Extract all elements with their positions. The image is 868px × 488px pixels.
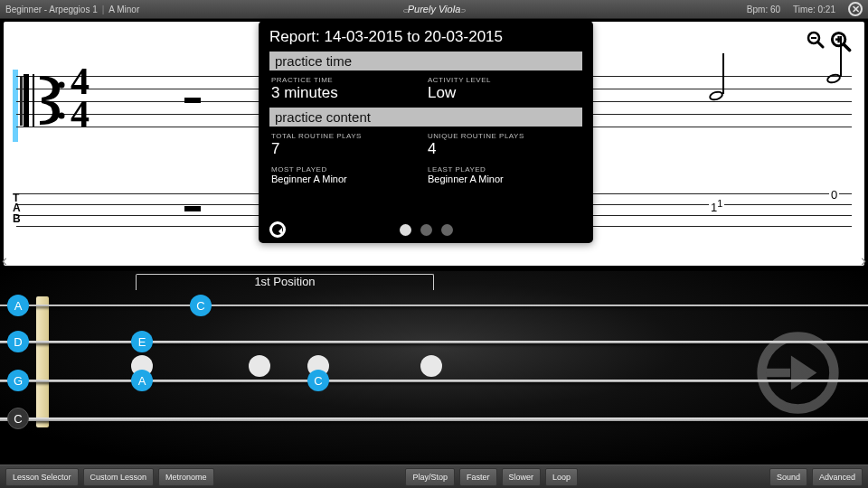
fret-note[interactable]: C <box>190 295 212 316</box>
activity-level-value: Low <box>428 84 580 102</box>
report-section-heading: practice content <box>269 108 582 127</box>
activity-level-label: ACTIVITY LEVEL <box>428 76 580 84</box>
play-overlay-icon[interactable] <box>755 330 841 416</box>
svg-rect-8 <box>33 74 34 127</box>
zoom-out-button[interactable] <box>807 31 825 52</box>
bottom-toolbar: Lesson Selector Custom Lesson Metronome … <box>0 465 868 488</box>
slower-button[interactable]: Slower <box>502 468 542 486</box>
note <box>826 74 841 83</box>
most-played-value: Beginner A Minor <box>271 174 424 184</box>
position-label: 1st Position <box>235 275 335 288</box>
total-plays-label: TOTAL ROUTINE PLAYS <box>271 132 424 140</box>
svg-rect-7 <box>24 74 29 127</box>
svg-line-4 <box>844 44 850 51</box>
string-a <box>0 305 868 306</box>
fret-note[interactable]: E <box>131 331 153 352</box>
open-note-a[interactable]: A <box>7 295 29 316</box>
svg-point-10 <box>59 113 65 119</box>
lesson-key-label: A Minor <box>108 5 139 14</box>
tab-number: 0 <box>829 188 839 202</box>
report-pager <box>259 224 593 236</box>
fret-marker <box>420 355 442 377</box>
separator: | <box>102 5 105 14</box>
fret-note[interactable]: A <box>131 370 153 391</box>
most-played-label: MOST PLAYED <box>271 165 424 174</box>
report-section-heading: practice time <box>269 52 582 70</box>
fret-marker <box>249 355 270 377</box>
metronome-button[interactable]: Metronome <box>158 468 214 486</box>
top-bar: Beginner - Arpeggios 1 | A Minor ⊂Purely… <box>0 0 868 19</box>
open-note-c[interactable]: C <box>7 408 29 429</box>
lesson-selector-button[interactable]: Lesson Selector <box>5 468 79 486</box>
practice-time-label: PRACTICE TIME <box>271 76 424 84</box>
pager-dot[interactable] <box>420 224 432 236</box>
pager-dot[interactable] <box>441 224 453 236</box>
least-played-label: LEAST PLAYED <box>428 165 580 174</box>
whole-rest-icon <box>184 98 201 103</box>
app-brand: ⊂Purely Viola⊃ <box>402 4 467 14</box>
alto-clef-icon <box>24 67 69 146</box>
svg-point-9 <box>59 82 65 89</box>
string-c <box>0 418 868 421</box>
tab-rest-icon <box>184 206 201 211</box>
advanced-button[interactable]: Advanced <box>812 468 863 486</box>
play-stop-button[interactable]: Play/Stop <box>405 468 455 486</box>
svg-line-1 <box>818 42 824 48</box>
lesson-group-label: Beginner - Arpeggios 1 <box>5 5 98 14</box>
custom-lesson-button[interactable]: Custom Lesson <box>83 468 155 486</box>
time-signature: 44 <box>71 65 90 130</box>
least-played-value: Beginner A Minor <box>428 174 580 184</box>
time-readout: Time: 0:21 <box>793 5 835 14</box>
pager-dot[interactable] <box>400 224 411 236</box>
open-note-d[interactable]: D <box>7 331 29 352</box>
unique-plays-value: 4 <box>428 140 580 158</box>
note <box>709 91 723 100</box>
fretboard-panel: 1st Position A D G C C E A C <box>0 271 868 461</box>
bpm-readout: Bpm: 60 <box>747 5 780 14</box>
svg-rect-12 <box>766 369 790 378</box>
fret-note[interactable]: C <box>307 370 329 391</box>
string-d <box>0 341 868 343</box>
unique-plays-label: UNIQUE ROUTINE PLAYS <box>428 132 580 140</box>
tab-number: 11 <box>709 198 724 214</box>
faster-button[interactable]: Faster <box>459 468 497 486</box>
practice-time-value: 3 minutes <box>271 84 424 102</box>
nut <box>36 296 49 427</box>
open-note-g[interactable]: G <box>7 370 29 391</box>
sound-button[interactable]: Sound <box>769 468 807 486</box>
report-panel: Report: 14-03-2015 to 20-03-2015 practic… <box>259 21 593 243</box>
string-g <box>0 380 868 382</box>
prev-page-button[interactable]: ‹ <box>2 251 7 270</box>
report-title: Report: 14-03-2015 to 20-03-2015 <box>269 28 582 46</box>
tab-clef-label: TAB <box>13 193 22 224</box>
close-button[interactable]: ✕ <box>848 2 863 16</box>
loop-button[interactable]: Loop <box>545 468 578 486</box>
next-page-button[interactable]: › <box>861 251 866 270</box>
total-plays-value: 7 <box>271 140 424 158</box>
